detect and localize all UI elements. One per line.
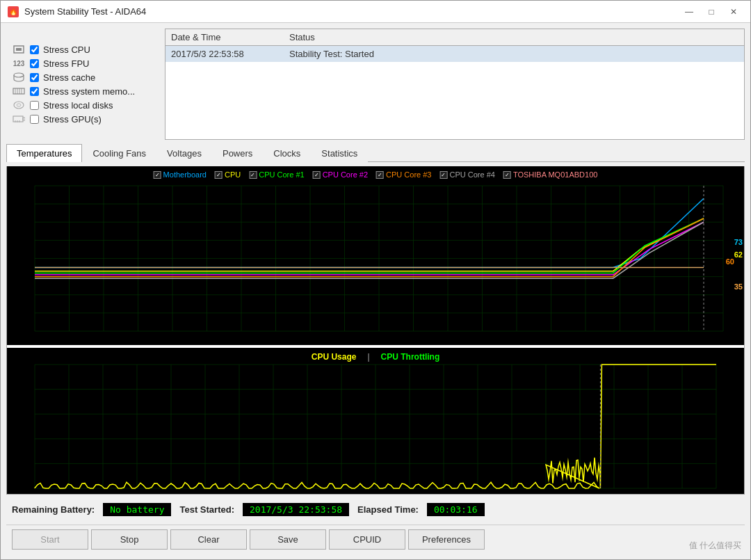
stress-cache-label: Stress cache xyxy=(43,72,95,83)
legend-cpu-core2[interactable]: CPU Core #2 xyxy=(313,170,368,179)
col-datetime: Date & Time xyxy=(171,32,289,42)
svg-point-8 xyxy=(14,102,24,109)
legend-motherboard-check xyxy=(154,171,161,179)
close-button[interactable]: ✕ xyxy=(724,5,743,19)
cpu-usage-chart: CPU Usage | CPU Throttling 100% 0% 100% … xyxy=(7,348,744,494)
tab-statistics[interactable]: Statistics xyxy=(311,144,368,162)
legend-toshiba[interactable]: TOSHIBA MQ01ABD100 xyxy=(503,170,597,179)
legend-toshiba-label: TOSHIBA MQ01ABD100 xyxy=(513,170,597,179)
stress-cpu-item: Stress CPU xyxy=(12,44,154,55)
cpu-legend: CPU Usage | CPU Throttling xyxy=(312,352,439,362)
tab-voltages[interactable]: Voltages xyxy=(156,144,212,162)
legend-cpu-core4-label: CPU Core #4 xyxy=(449,170,494,179)
battery-label: Remaining Battery: xyxy=(12,504,95,515)
stress-disks-checkbox[interactable] xyxy=(30,101,39,110)
stress-memory-label: Stress system memo... xyxy=(43,86,135,97)
cpuid-button[interactable]: CPUID xyxy=(329,529,405,550)
top-section: Stress CPU 123 Stress FPU Stress ca xyxy=(6,29,745,140)
svg-rect-3 xyxy=(13,88,24,94)
cpu-icon xyxy=(12,44,26,55)
memory-icon xyxy=(12,86,26,97)
log-row: 2017/5/3 22:53:58 Stability Test: Starte… xyxy=(165,46,744,62)
legend-cpu-core3-label: CPU Core #3 xyxy=(386,170,431,179)
tab-powers[interactable]: Powers xyxy=(212,144,263,162)
log-table-header: Date & Time Status xyxy=(165,29,744,46)
svg-point-9 xyxy=(17,104,21,106)
stress-gpu-checkbox[interactable] xyxy=(30,115,39,124)
stress-cache-checkbox[interactable] xyxy=(30,73,39,82)
titlebar: 🔥 System Stability Test - AIDA64 — □ ✕ xyxy=(1,1,750,23)
bottom-buttons: Start Stop Clear Save CPUID Preferences xyxy=(6,525,745,554)
elapsed-label: Elapsed Time: xyxy=(357,504,419,515)
log-time: 2017/5/3 22:53:58 xyxy=(171,49,289,59)
start-button[interactable]: Start xyxy=(12,529,88,550)
stress-gpu-item: Stress GPU(s) xyxy=(12,113,154,125)
maximize-button[interactable]: □ xyxy=(702,5,721,19)
legend-cpu-core3-check xyxy=(376,171,384,179)
stress-options-panel: Stress CPU 123 Stress FPU Stress ca xyxy=(6,29,159,140)
stress-fpu-label: Stress FPU xyxy=(43,58,89,69)
stress-memory-checkbox[interactable] xyxy=(30,87,39,96)
stress-disks-item: Stress local disks xyxy=(12,99,154,111)
log-table: Date & Time Status 2017/5/3 22:53:58 Sta… xyxy=(165,29,745,140)
stress-disks-label: Stress local disks xyxy=(43,100,113,111)
legend-motherboard[interactable]: Motherboard xyxy=(154,170,207,179)
temp-canvas xyxy=(7,166,744,345)
cpu-throttling-legend-label: CPU Throttling xyxy=(381,352,440,362)
stress-fpu-checkbox[interactable] xyxy=(30,59,39,68)
svg-point-2 xyxy=(14,73,24,77)
cpu-separator: | xyxy=(367,352,369,362)
legend-cpu[interactable]: CPU xyxy=(215,170,241,179)
tab-temperatures[interactable]: Temperatures xyxy=(6,144,82,162)
stress-fpu-item: 123 Stress FPU xyxy=(12,58,154,69)
cpu-canvas xyxy=(7,348,744,494)
clear-button[interactable]: Clear xyxy=(170,529,247,550)
window-title: System Stability Test - AIDA64 xyxy=(24,6,679,17)
preferences-button[interactable]: Preferences xyxy=(408,529,485,550)
svg-rect-10 xyxy=(13,116,23,122)
legend-cpu-core1-check xyxy=(249,171,257,179)
test-started-value: 2017/5/3 22:53:58 xyxy=(243,503,349,516)
legend-cpu-core2-check xyxy=(313,171,321,179)
disk-icon xyxy=(12,99,26,111)
legend-cpu-core3[interactable]: CPU Core #3 xyxy=(376,170,431,179)
legend-cpu-label: CPU xyxy=(225,170,241,179)
tab-cooling-fans[interactable]: Cooling Fans xyxy=(82,144,156,162)
legend-toshiba-check xyxy=(503,171,511,179)
legend-cpu-core1-label: CPU Core #1 xyxy=(259,170,304,179)
svg-rect-1 xyxy=(16,48,22,51)
minimize-button[interactable]: — xyxy=(679,5,699,19)
temp-value-73: 73 xyxy=(734,238,743,246)
cpu-usage-legend-label: CPU Usage xyxy=(312,352,357,362)
legend-cpu-core1[interactable]: CPU Core #1 xyxy=(249,170,304,179)
legend-motherboard-label: Motherboard xyxy=(163,170,207,179)
stress-cpu-label: Stress CPU xyxy=(43,45,90,55)
legend-cpu-core2-label: CPU Core #2 xyxy=(323,170,368,179)
svg-rect-11 xyxy=(23,118,25,120)
window-controls: — □ ✕ xyxy=(679,5,743,19)
elapsed-value: 00:03:16 xyxy=(427,503,485,516)
legend-cpu-core4-check xyxy=(439,171,447,179)
app-icon: 🔥 xyxy=(8,6,19,17)
tab-clocks[interactable]: Clocks xyxy=(263,144,311,162)
temp-value-60: 60 xyxy=(726,257,734,266)
battery-value: No battery xyxy=(103,503,171,516)
main-content: Stress CPU 123 Stress FPU Stress ca xyxy=(1,23,750,559)
stop-button[interactable]: Stop xyxy=(91,529,168,550)
stress-cache-item: Stress cache xyxy=(12,72,154,83)
charts-area: Motherboard CPU CPU Core #1 CPU Core #2 xyxy=(6,166,745,495)
cache-icon xyxy=(12,72,26,83)
main-window: 🔥 System Stability Test - AIDA64 — □ ✕ S… xyxy=(0,0,751,560)
legend-cpu-core4[interactable]: CPU Core #4 xyxy=(439,170,494,179)
stress-cpu-checkbox[interactable] xyxy=(30,45,39,54)
col-status: Status xyxy=(289,32,738,42)
gpu-icon xyxy=(12,113,26,125)
temperature-chart: Motherboard CPU CPU Core #1 CPU Core #2 xyxy=(7,166,744,345)
temp-chart-legend: Motherboard CPU CPU Core #1 CPU Core #2 xyxy=(154,170,598,179)
test-started-label: Test Started: xyxy=(179,504,234,515)
stress-memory-item: Stress system memo... xyxy=(12,86,154,97)
log-table-body: 2017/5/3 22:53:58 Stability Test: Starte… xyxy=(165,46,744,62)
tabs-section: Temperatures Cooling Fans Voltages Power… xyxy=(6,144,745,162)
save-button[interactable]: Save xyxy=(250,529,326,550)
log-status: Stability Test: Started xyxy=(289,49,738,59)
